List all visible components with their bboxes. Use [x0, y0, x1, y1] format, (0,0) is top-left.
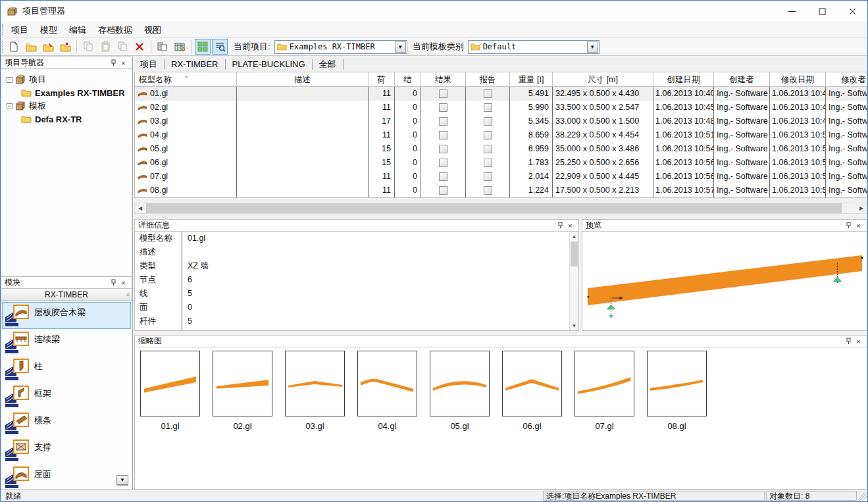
module-bracing[interactable]: 支撑 — [2, 437, 131, 464]
module-scroll-down-button[interactable]: ▼ — [116, 475, 128, 486]
results-checkbox[interactable] — [439, 103, 447, 112]
column-header-combinations[interactable]: 结 — [395, 72, 421, 87]
report-checkbox[interactable] — [484, 172, 492, 181]
column-header-weight[interactable]: 重量 [t] — [510, 72, 553, 87]
thumbnail-item[interactable]: 04.gl — [357, 351, 417, 489]
tab-all[interactable]: 全部 — [313, 59, 344, 70]
close-icon[interactable]: × — [118, 278, 128, 288]
new-project-button[interactable] — [23, 39, 39, 55]
pin-icon[interactable] — [844, 336, 854, 346]
tree-node-templates[interactable]: − 模板 — [1, 99, 132, 113]
report-checkbox[interactable] — [484, 103, 492, 112]
edit-project-button[interactable] — [40, 39, 56, 55]
scroll-down-arrow[interactable]: ▼ — [570, 321, 578, 330]
thumbnail-view-toggle[interactable] — [195, 39, 211, 55]
detail-view-toggle[interactable] — [212, 39, 228, 55]
archive-button[interactable] — [172, 39, 188, 55]
close-icon[interactable]: × — [854, 220, 863, 230]
column-header-modified[interactable]: 修改日期 — [770, 72, 826, 87]
close-button[interactable] — [837, 1, 867, 22]
scroll-up-arrow[interactable]: ▲ — [570, 232, 578, 241]
scrollbar-thumb[interactable] — [571, 241, 578, 266]
table-horizontal-scrollbar[interactable]: ◀ ▶ — [134, 203, 867, 214]
detail-value[interactable]: 01.gl — [182, 232, 205, 245]
thumbnail-item[interactable]: 07.gl — [574, 351, 634, 489]
tree-node-examples-rx-timber[interactable]: Examples RX-TIMBER — [1, 86, 132, 99]
collapse-icon[interactable]: − — [7, 77, 13, 83]
module-purlin[interactable]: 檩条 — [2, 410, 131, 437]
thumbnail-item[interactable]: 03.gl — [285, 351, 345, 489]
current-project-dropdown-arrow[interactable]: ▼ — [395, 41, 406, 53]
thumbnail-item[interactable]: 08.gl — [647, 351, 707, 489]
module-column[interactable]: 柱 — [2, 356, 131, 383]
tab-plate-buckling[interactable]: PLATE-BUCKLING — [226, 59, 313, 70]
module-glulam-beam[interactable]: 层板胶合木梁 — [2, 302, 131, 329]
menu-project[interactable]: 项目 — [5, 22, 34, 38]
report-checkbox[interactable] — [484, 145, 492, 153]
duplicate-button[interactable] — [115, 39, 130, 55]
module-roof[interactable]: 屋面 — [2, 464, 131, 489]
detail-value[interactable] — [182, 245, 188, 259]
column-header-creator[interactable]: 创建者 — [714, 72, 770, 87]
tab-rx-timber[interactable]: RX-TIMBER — [165, 59, 226, 70]
thumbnail-item[interactable]: 06.gl — [502, 351, 562, 489]
column-header-modifier[interactable]: 修改者 — [826, 72, 867, 87]
resize-grip[interactable] — [858, 492, 867, 501]
results-checkbox[interactable] — [439, 186, 447, 195]
report-checkbox[interactable] — [484, 117, 492, 126]
results-checkbox[interactable] — [439, 89, 447, 98]
column-header-description[interactable]: 描述 — [237, 72, 369, 87]
pin-icon[interactable] — [555, 220, 565, 230]
module-continuous-beam[interactable]: 连续梁 — [2, 329, 131, 356]
close-icon[interactable]: × — [854, 336, 863, 346]
scroll-right-arrow[interactable]: ▶ — [856, 203, 867, 213]
pin-icon[interactable] — [109, 58, 118, 68]
maximize-button[interactable] — [807, 1, 837, 22]
menu-model[interactable]: 模型 — [34, 22, 63, 38]
close-icon[interactable]: × — [118, 58, 128, 68]
tree-node-default-template[interactable]: Defa RX-TR — [1, 113, 132, 126]
column-header-report[interactable]: 报告 — [466, 72, 510, 87]
new-model-button[interactable] — [6, 39, 22, 55]
category-menu-icon[interactable]: ≡ — [126, 291, 130, 298]
pin-icon[interactable] — [844, 220, 854, 230]
column-header-results[interactable]: 结果 — [421, 72, 466, 87]
delete-project-button[interactable] — [57, 39, 73, 55]
thumbnail-item[interactable]: 05.gl — [430, 351, 490, 489]
tree-node-projects[interactable]: − 项目 — [1, 73, 132, 86]
delete-button[interactable] — [132, 39, 147, 55]
scrollbar-thumb[interactable] — [146, 203, 842, 213]
column-header-load-cases[interactable]: 荷 — [369, 72, 395, 87]
import-model-button[interactable] — [155, 39, 170, 55]
results-checkbox[interactable] — [439, 172, 447, 181]
scroll-left-arrow[interactable]: ◀ — [135, 203, 145, 213]
results-checkbox[interactable] — [439, 131, 447, 139]
column-header-dimensions[interactable]: 尺寸 [m] — [553, 72, 653, 87]
report-checkbox[interactable] — [484, 89, 492, 98]
module-frame[interactable]: 框架 — [2, 383, 131, 410]
minimize-button[interactable] — [777, 1, 807, 22]
menu-view[interactable]: 视图 — [138, 22, 167, 38]
menu-archive-data[interactable]: 存档数据 — [92, 22, 138, 38]
module-category-bar[interactable]: RX-TIMBER ≡ — [1, 289, 132, 301]
report-checkbox[interactable] — [484, 131, 492, 139]
menu-edit[interactable]: 编辑 — [63, 22, 92, 38]
current-project-combobox[interactable]: Examples RX-TIMBER ▼ — [274, 40, 407, 54]
report-checkbox[interactable] — [484, 186, 492, 195]
column-header-created[interactable]: 创建日期 — [653, 72, 714, 87]
template-category-dropdown-arrow[interactable]: ▼ — [587, 41, 598, 53]
thumbnail-item[interactable]: 01.gl — [140, 351, 200, 489]
column-header-model-name[interactable]: 模型名称^ — [135, 72, 237, 87]
copy-button[interactable] — [80, 39, 96, 55]
tab-project[interactable]: 项目 — [138, 59, 165, 70]
thumbnail-item[interactable]: 02.gl — [213, 351, 272, 489]
paste-button[interactable] — [97, 39, 113, 55]
pin-icon[interactable] — [109, 278, 118, 288]
results-checkbox[interactable] — [439, 117, 447, 126]
report-checkbox[interactable] — [484, 159, 492, 167]
template-category-combobox[interactable]: Default ▼ — [468, 40, 600, 54]
close-icon[interactable]: × — [565, 220, 575, 230]
details-vertical-scrollbar[interactable]: ▲ ▼ — [569, 232, 578, 330]
results-checkbox[interactable] — [439, 145, 447, 153]
results-checkbox[interactable] — [439, 159, 447, 167]
